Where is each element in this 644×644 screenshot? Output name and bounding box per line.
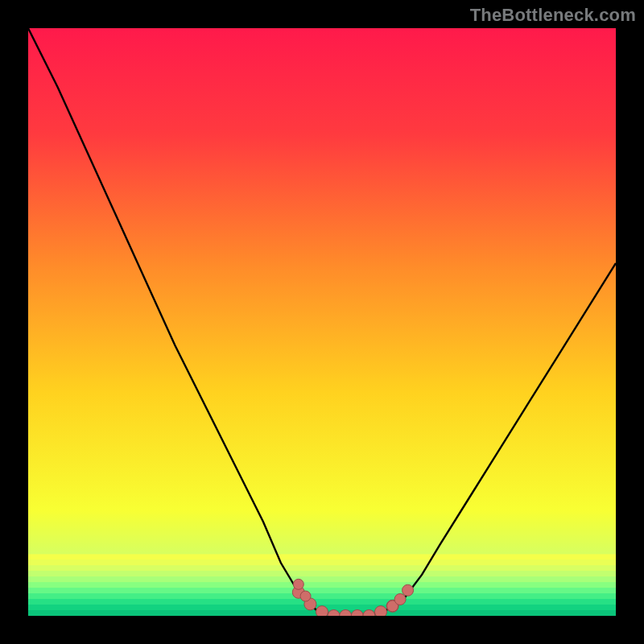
svg-rect-3 (28, 571, 616, 576)
svg-rect-2 (28, 565, 616, 571)
chart-frame: TheBottleneck.com (0, 0, 644, 644)
marker-dot (402, 584, 414, 596)
chart-svg (28, 28, 616, 616)
svg-rect-7 (28, 593, 616, 599)
marker-dot (375, 606, 387, 616)
marker-dot (316, 606, 328, 616)
svg-rect-5 (28, 582, 616, 588)
svg-rect-1 (28, 559, 616, 565)
marker-dot (293, 579, 303, 589)
gradient-background (28, 28, 616, 616)
svg-rect-0 (28, 554, 616, 559)
plot-area (28, 28, 616, 616)
watermark-label: TheBottleneck.com (470, 5, 636, 26)
svg-rect-8 (28, 599, 616, 605)
marker-dot (300, 591, 311, 601)
marker-dot (394, 594, 406, 605)
svg-rect-4 (28, 576, 616, 582)
svg-rect-6 (28, 588, 616, 593)
